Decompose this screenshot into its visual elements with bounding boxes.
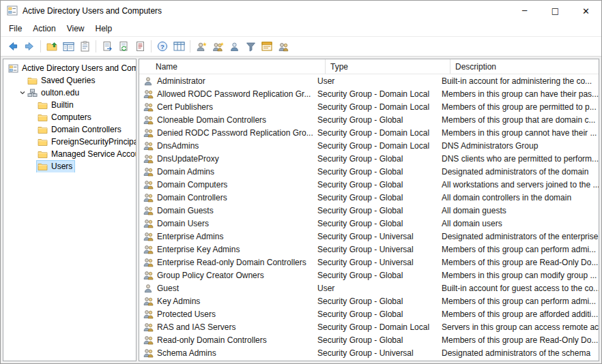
object-name: Read-only Domain Controllers xyxy=(157,335,267,345)
group-icon xyxy=(143,322,154,332)
tree-item-domain-controllers[interactable]: Domain Controllers xyxy=(3,123,136,136)
list-row-domain-computers[interactable]: Domain ComputersSecurity Group - GlobalA… xyxy=(139,178,599,191)
user-icon xyxy=(143,284,154,293)
cell-type: Security Group - Domain Local xyxy=(313,128,437,138)
toolbar: ? xyxy=(1,37,601,57)
table-view-icon xyxy=(173,42,185,51)
list-row-allowed-rodc-password-replication-gr[interactable]: Allowed RODC Password Replication Gr...S… xyxy=(139,87,599,100)
list-row-group-policy-creator-owners[interactable]: Group Policy Creator OwnersSecurity Grou… xyxy=(139,269,599,282)
cell-name: Enterprise Admins xyxy=(139,232,313,241)
list-row-enterprise-key-admins[interactable]: Enterprise Key AdminsSecurity Group - Un… xyxy=(139,243,599,256)
list-row-enterprise-read-only-domain-controllers[interactable]: Enterprise Read-only Domain ControllersS… xyxy=(139,256,599,269)
minimize-button[interactable]: ─ xyxy=(509,1,540,21)
cell-name: Domain Controllers xyxy=(139,193,313,202)
maximize-icon: □ xyxy=(551,6,559,16)
object-name: Domain Guests xyxy=(157,206,214,215)
object-name: Enterprise Read-only Domain Controllers xyxy=(157,258,306,267)
list-row-domain-controllers[interactable]: Domain ControllersSecurity Group - Globa… xyxy=(139,191,599,204)
object-name: Key Admins xyxy=(157,297,200,306)
list-row-domain-guests[interactable]: Domain GuestsSecurity Group - GlobalAll … xyxy=(139,204,599,217)
column-header-description[interactable]: Description xyxy=(450,59,599,74)
forward-icon xyxy=(24,41,35,52)
list-row-denied-rodc-password-replication-gro[interactable]: Denied RODC Password Replication Gro...S… xyxy=(139,126,599,139)
group-icon xyxy=(143,245,154,254)
list-row-cert-publishers[interactable]: Cert PublishersSecurity Group - Domain L… xyxy=(139,100,599,113)
menu-file[interactable]: File xyxy=(3,22,27,35)
tree-item-managed-service-accou[interactable]: Managed Service Accou xyxy=(3,148,136,160)
list-row-protected-users[interactable]: Protected UsersSecurity Group - GlobalMe… xyxy=(139,307,599,320)
help-button[interactable]: ? xyxy=(154,38,171,55)
menu-action[interactable]: Action xyxy=(27,22,61,35)
properties-button[interactable] xyxy=(76,38,93,55)
list-row-schema-admins[interactable]: Schema AdminsSecurity Group - UniversalD… xyxy=(139,346,599,359)
list-row-key-admins[interactable]: Key AdminsSecurity Group - GlobalMembers… xyxy=(139,294,599,307)
find-group-button[interactable] xyxy=(275,38,291,55)
menu-view[interactable]: View xyxy=(61,22,90,35)
tree-item-saved-queries[interactable]: Saved Queries xyxy=(3,74,136,87)
export-list-button[interactable] xyxy=(99,38,115,55)
group-icon xyxy=(143,102,154,112)
maximize-button[interactable]: □ xyxy=(540,1,571,21)
cell-description: Built-in account for administering the c… xyxy=(437,76,599,86)
delegate-button[interactable] xyxy=(226,38,242,55)
cell-type: Security Group - Universal xyxy=(313,258,437,267)
tree-item-active-directory-users-and-com[interactable]: Active Directory Users and Com xyxy=(3,62,136,74)
filter-button[interactable] xyxy=(242,38,259,55)
refresh-button[interactable] xyxy=(115,38,132,55)
cell-description: Members of this group can perform admi..… xyxy=(437,245,599,254)
back-button[interactable] xyxy=(5,38,21,55)
list-row-ras-and-ias-servers[interactable]: RAS and IAS ServersSecurity Group - Doma… xyxy=(139,320,599,333)
group-icon xyxy=(143,154,154,164)
object-name: Allowed RODC Password Replication Gr... xyxy=(157,89,311,99)
cell-description: Members in this group can have their pas… xyxy=(437,89,599,99)
cell-type: User xyxy=(313,284,437,293)
console-tree-button[interactable] xyxy=(60,38,76,55)
tree-entry: ForeignSecurityPrincipals xyxy=(37,136,136,148)
tree-entry: Saved Queries xyxy=(27,75,97,87)
list-row-dnsupdateproxy[interactable]: DnsUpdateProxySecurity Group - GlobalDNS… xyxy=(139,152,599,165)
list-row-read-only-domain-controllers[interactable]: Read-only Domain ControllersSecurity Gro… xyxy=(139,333,599,346)
object-name: Protected Users xyxy=(157,309,216,319)
chevron-down-icon[interactable] xyxy=(18,89,27,96)
cell-description: All domain guests xyxy=(437,206,599,215)
tree-item-builtin[interactable]: Builtin xyxy=(3,99,136,111)
cell-description: Designated administrators of the schema xyxy=(437,348,599,358)
advanced-button[interactable] xyxy=(259,38,275,55)
cell-type: Security Group - Global xyxy=(313,297,437,306)
list-row-administrator[interactable]: AdministratorUserBuilt-in account for ad… xyxy=(139,74,599,87)
list-row-enterprise-admins[interactable]: Enterprise AdminsSecurity Group - Univer… xyxy=(139,230,599,243)
cell-description: All domain users xyxy=(437,219,599,228)
cell-name: Schema Admins xyxy=(139,348,313,358)
list-row-dnsadmins[interactable]: DnsAdminsSecurity Group - Domain LocalDN… xyxy=(139,139,599,152)
cell-type: Security Group - Universal xyxy=(313,245,437,254)
new-group-icon xyxy=(212,42,224,52)
table-view-button[interactable] xyxy=(171,38,187,55)
folder-icon xyxy=(38,100,48,110)
list-row-guest[interactable]: GuestUserBuilt-in account for guest acce… xyxy=(139,282,599,294)
cell-description: Members of this group are Read-Only Do..… xyxy=(437,258,599,267)
tree-item-computers[interactable]: Computers xyxy=(3,111,136,123)
list-row-cloneable-domain-controllers[interactable]: Cloneable Domain ControllersSecurity Gro… xyxy=(139,113,599,126)
toolbar-separator xyxy=(151,40,152,52)
menu-help[interactable]: Help xyxy=(90,22,118,35)
list-row-domain-users[interactable]: Domain UsersSecurity Group - GlobalAll d… xyxy=(139,217,599,230)
save-query-button[interactable] xyxy=(132,38,148,55)
tree-item-foreignsecurityprincipals[interactable]: ForeignSecurityPrincipals xyxy=(3,136,136,148)
cell-name: Key Admins xyxy=(139,297,313,306)
forward-button[interactable] xyxy=(21,38,38,55)
new-user-button[interactable] xyxy=(193,38,210,55)
tree-item-oulton-edu[interactable]: oulton.edu xyxy=(3,87,136,99)
up-one-level-button[interactable] xyxy=(44,38,60,55)
tree-item-users[interactable]: Users xyxy=(3,160,136,172)
column-header-name[interactable]: Name xyxy=(139,59,326,74)
cell-type: Security Group - Domain Local xyxy=(313,141,437,151)
window-title: Active Directory Users and Computers xyxy=(23,6,162,16)
cell-description: Servers in this group can access remote … xyxy=(437,322,599,332)
list-row-domain-admins[interactable]: Domain AdminsSecurity Group - GlobalDesi… xyxy=(139,165,599,178)
new-group-button[interactable] xyxy=(210,38,226,55)
cell-type: User xyxy=(313,76,437,86)
group-icon xyxy=(143,89,154,99)
column-header-type[interactable]: Type xyxy=(326,59,450,74)
close-button[interactable]: ✕ xyxy=(571,1,601,21)
object-name: Enterprise Admins xyxy=(157,232,223,241)
